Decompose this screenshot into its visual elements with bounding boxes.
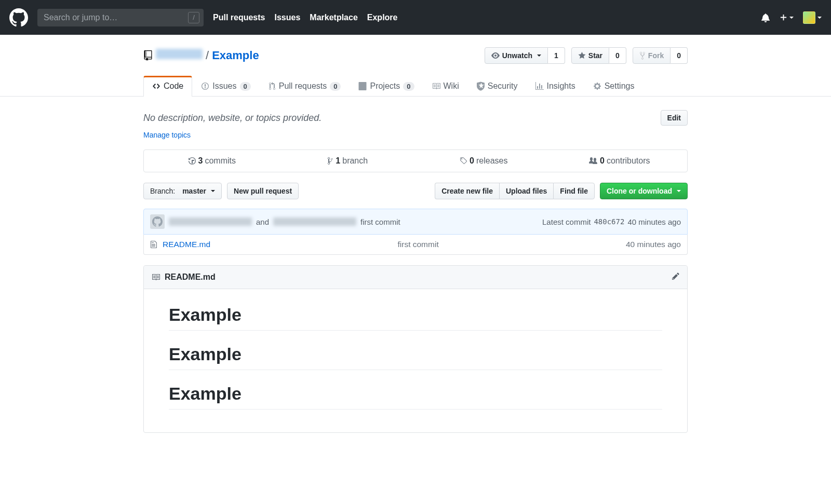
file-relative-time: 40 minutes ago bbox=[626, 240, 681, 249]
tab-code[interactable]: Code bbox=[143, 76, 192, 97]
repo-header: / Example Unwatch 1 Star bbox=[143, 35, 688, 64]
notifications-button[interactable] bbox=[761, 13, 770, 22]
latest-commit-bar: and first commit Latest commit 480c672 4… bbox=[143, 209, 688, 235]
repo-name-link[interactable]: Example bbox=[212, 49, 259, 62]
repo-stats-bar: 3commits 1branch 0releases 0contributors bbox=[143, 149, 688, 172]
unwatch-button[interactable]: Unwatch bbox=[485, 47, 548, 64]
tag-icon bbox=[459, 157, 467, 165]
create-new-dropdown[interactable] bbox=[780, 13, 794, 21]
global-header: / Pull requests Issues Marketplace Explo… bbox=[0, 0, 831, 35]
avatar bbox=[803, 11, 815, 24]
tab-insights[interactable]: Insights bbox=[527, 76, 584, 97]
pulls-count-badge: 0 bbox=[330, 82, 341, 91]
commit-avatar[interactable] bbox=[150, 214, 165, 229]
repo-title: / Example bbox=[143, 49, 259, 62]
gear-icon bbox=[593, 82, 601, 90]
commit-coauthor-redacted bbox=[273, 217, 356, 226]
repo-icon bbox=[143, 50, 153, 61]
readme-heading: Example bbox=[169, 305, 662, 331]
tab-wiki[interactable]: Wiki bbox=[423, 76, 468, 97]
commit-message-link[interactable]: first commit bbox=[360, 217, 400, 226]
stats-branches[interactable]: 1branch bbox=[280, 150, 416, 172]
files-table: README.md first commit 40 minutes ago bbox=[143, 235, 688, 255]
star-button[interactable]: Star bbox=[571, 47, 609, 64]
shield-icon bbox=[477, 81, 485, 91]
user-menu-dropdown[interactable] bbox=[803, 11, 822, 24]
repo-description: No description, website, or topics provi… bbox=[143, 113, 321, 124]
chevron-down-icon bbox=[211, 190, 215, 192]
nav-explore[interactable]: Explore bbox=[367, 13, 398, 22]
global-nav: Pull requests Issues Marketplace Explore bbox=[213, 13, 397, 22]
tab-settings[interactable]: Settings bbox=[584, 76, 644, 97]
stats-contributors[interactable]: 0contributors bbox=[552, 150, 688, 172]
watch-count[interactable]: 1 bbox=[548, 47, 565, 64]
nav-pull-requests[interactable]: Pull requests bbox=[213, 13, 265, 22]
fork-count[interactable]: 0 bbox=[671, 47, 688, 64]
edit-readme-button[interactable] bbox=[672, 272, 680, 282]
star-icon bbox=[578, 51, 586, 60]
chevron-down-icon bbox=[817, 17, 822, 19]
issue-opened-icon bbox=[201, 82, 209, 90]
readme-content: Example Example Example bbox=[144, 289, 687, 432]
readme-header: README.md bbox=[144, 266, 687, 289]
create-new-file-button[interactable]: Create new file bbox=[435, 183, 499, 199]
history-icon bbox=[188, 157, 196, 165]
commit-author-redacted bbox=[169, 217, 252, 226]
chevron-down-icon bbox=[789, 17, 794, 19]
stats-commits[interactable]: 3commits bbox=[144, 150, 280, 172]
find-file-button[interactable]: Find file bbox=[553, 183, 595, 199]
nav-issues[interactable]: Issues bbox=[274, 13, 300, 22]
graph-icon bbox=[535, 82, 544, 90]
mark-github-icon bbox=[152, 216, 163, 227]
repo-owner-link[interactable] bbox=[156, 49, 203, 62]
chevron-down-icon bbox=[537, 55, 541, 57]
table-row: README.md first commit 40 minutes ago bbox=[144, 235, 687, 254]
mark-github-icon bbox=[9, 8, 28, 27]
new-pull-request-button[interactable]: New pull request bbox=[227, 183, 299, 199]
latest-commit-label: Latest commit bbox=[542, 217, 591, 226]
projects-count-badge: 0 bbox=[403, 82, 414, 91]
readme-box: README.md Example Example Example bbox=[143, 265, 688, 433]
eye-icon bbox=[491, 51, 500, 60]
project-icon bbox=[358, 82, 367, 90]
chevron-down-icon bbox=[677, 190, 681, 192]
github-logo[interactable] bbox=[9, 8, 28, 27]
repo-actions: Unwatch 1 Star 0 Fork bbox=[485, 47, 688, 64]
global-search: / bbox=[37, 9, 204, 26]
upload-files-button[interactable]: Upload files bbox=[499, 183, 553, 199]
fork-button[interactable]: Fork bbox=[633, 47, 671, 64]
organization-icon bbox=[588, 157, 598, 165]
repo-separator: / bbox=[206, 49, 209, 62]
file-icon bbox=[150, 240, 157, 249]
issues-count-badge: 0 bbox=[240, 82, 251, 91]
repo-tabs: Code Issues 0 Pull requests 0 Projects 0… bbox=[0, 75, 831, 97]
file-navigation: Branch: master New pull request Create n… bbox=[143, 183, 688, 199]
commit-relative-time: 40 minutes ago bbox=[627, 217, 681, 226]
header-right bbox=[761, 11, 822, 24]
git-pull-request-icon bbox=[269, 82, 276, 90]
file-commit-message[interactable]: first commit bbox=[210, 240, 626, 249]
manage-topics-link[interactable]: Manage topics bbox=[143, 131, 191, 139]
commit-sha-link[interactable]: 480c672 bbox=[594, 217, 624, 226]
search-input[interactable] bbox=[37, 9, 204, 26]
tab-issues[interactable]: Issues 0 bbox=[192, 76, 259, 97]
clone-download-button[interactable]: Clone or download bbox=[600, 183, 688, 199]
readme-heading: Example bbox=[169, 384, 662, 410]
tab-pull-requests[interactable]: Pull requests 0 bbox=[260, 76, 350, 97]
book-icon bbox=[432, 82, 440, 90]
slash-key-hint-icon: / bbox=[188, 12, 199, 23]
readme-heading: Example bbox=[169, 344, 662, 370]
star-count[interactable]: 0 bbox=[609, 47, 626, 64]
nav-marketplace[interactable]: Marketplace bbox=[310, 13, 358, 22]
branch-select-button[interactable]: Branch: master bbox=[143, 183, 222, 199]
tab-security[interactable]: Security bbox=[468, 76, 527, 97]
author-and-text: and bbox=[256, 217, 269, 226]
stats-releases[interactable]: 0releases bbox=[416, 150, 552, 172]
tab-projects[interactable]: Projects 0 bbox=[350, 76, 423, 97]
repo-description-row: No description, website, or topics provi… bbox=[143, 110, 688, 126]
edit-description-button[interactable]: Edit bbox=[661, 110, 688, 126]
file-name-link[interactable]: README.md bbox=[163, 240, 210, 249]
bell-icon bbox=[761, 13, 770, 22]
pencil-icon bbox=[672, 272, 680, 280]
repo-forked-icon bbox=[639, 51, 646, 60]
